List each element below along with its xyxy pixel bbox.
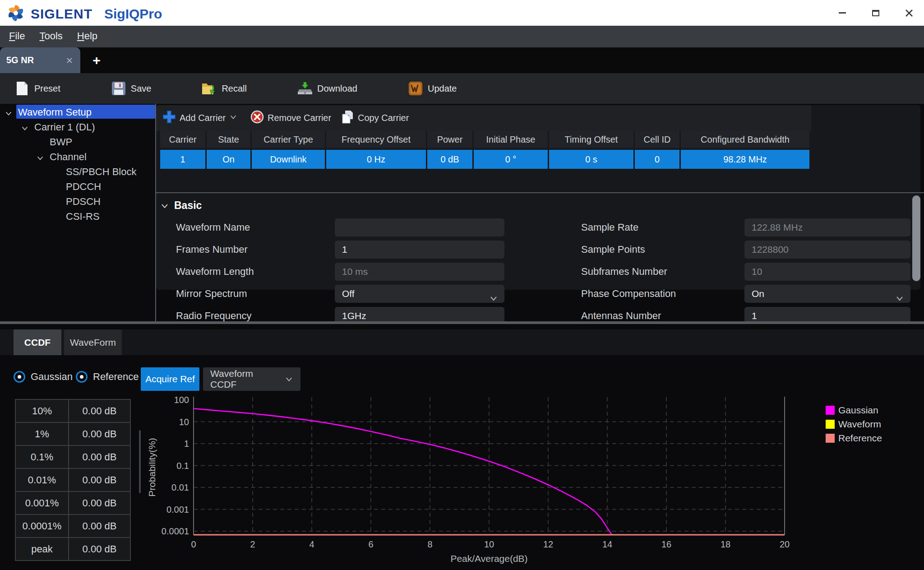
field-value: On [752, 288, 764, 299]
radio-label: Reference [93, 371, 139, 383]
radio-reference-icon[interactable] [76, 371, 88, 383]
acquire-ref-button[interactable]: Acquire Ref [141, 367, 199, 391]
stats-scrollbar[interactable] [139, 430, 141, 493]
remove-carrier-button[interactable]: Remove Carrier [250, 105, 331, 131]
carrier-row-cell-initial-phase[interactable]: 0 ° [474, 150, 548, 169]
recall-button[interactable]: Recall [194, 76, 255, 101]
stats-row: 0.01%0.00 dB [15, 468, 130, 491]
trace-toggle-gaussian[interactable]: Gaussian [14, 371, 73, 383]
svg-text:18: 18 [721, 539, 730, 549]
tab-5g-nr[interactable]: 5G NR [0, 47, 80, 73]
field-sample-rate[interactable]: 122.88 MHz [744, 218, 910, 236]
chevron-down-icon [895, 291, 904, 309]
add-carrier-button[interactable]: Add Carrier [162, 105, 237, 131]
ccdf-source-select[interactable]: Waveform CCDF [203, 367, 300, 391]
stats-row: 10%0.00 dB [15, 399, 130, 422]
field-radio-frequency[interactable]: 1GHz [335, 307, 504, 321]
tree-item-label: Waveform Setup [18, 107, 92, 118]
field-value: Off [342, 288, 355, 299]
vertical-scrollbar-thumb[interactable] [912, 195, 920, 281]
column-header-power: Power [427, 131, 472, 148]
tab-waveform[interactable]: WaveForm [64, 329, 122, 355]
chevron-down-icon [229, 113, 237, 123]
svg-text:10: 10 [484, 539, 494, 549]
svg-text:100: 100 [174, 395, 189, 405]
radio-gaussian-icon[interactable] [14, 371, 25, 383]
carrier-row-cell-carrier-type[interactable]: Downlink [252, 150, 325, 169]
basic-section-header[interactable]: Basic [160, 199, 202, 212]
field-value: 1GHz [342, 310, 366, 321]
tab-close-icon[interactable] [65, 56, 74, 65]
maximize-button[interactable] [869, 6, 882, 20]
sidebar-item-csi-rs[interactable]: CSI-RS [0, 209, 155, 224]
field-sample-points[interactable]: 1228800 [744, 241, 910, 259]
legend-item-reference: Reference [826, 431, 882, 445]
legend-swatch-gaussian [826, 406, 835, 415]
stats-value: 0.00 dB [69, 468, 130, 491]
sidebar-item-carrier-1-dl[interactable]: Carrier 1 (DL) [0, 120, 155, 134]
stats-row: 0.001%0.00 dB [15, 491, 130, 514]
field-phase-compensation[interactable]: On [744, 285, 910, 303]
sidebar-item-pdsch[interactable]: PDSCH [0, 194, 155, 209]
field-subframes-number[interactable]: 10 [744, 263, 910, 281]
carrier-actions-toolbar: Add CarrierRemove CarrierCopy Carrier [156, 105, 811, 131]
ccdf-source-value: Waveform CCDF [210, 368, 278, 390]
toolbar-label: Save [131, 83, 152, 94]
legend-swatch-waveform [826, 420, 835, 429]
trace-toggle-reference[interactable]: Reference [76, 371, 139, 383]
analysis-tabstrip: CCDF WaveForm [0, 329, 924, 355]
download-icon [297, 81, 313, 96]
chevron-down-icon[interactable] [21, 123, 29, 135]
save-button[interactable]: Save [103, 76, 160, 101]
carrier-row-cell-carrier[interactable]: 1 [160, 150, 205, 169]
legend-label: Waveform [838, 419, 881, 430]
close-button[interactable] [902, 6, 916, 20]
field-label-antennas-number: Antennas Number [581, 307, 661, 321]
field-label-frames-number: Frames Number [176, 241, 248, 259]
update-icon [408, 81, 423, 96]
sidebar-item-ss-pbch-block[interactable]: SS/PBCH Block [0, 164, 155, 179]
column-header-timing-offset: Timing Offset [549, 131, 633, 148]
waveform-tree: Waveform SetupCarrier 1 (DL)BWPChannelSS… [0, 105, 155, 224]
chart-legend: GaussianWaveformReference [826, 403, 882, 445]
app-window: SIGLENT SigIQPro FileToolsHelp 5G NR + P… [0, 0, 924, 570]
preset-button[interactable]: Preset [6, 76, 69, 101]
field-antennas-number[interactable]: 1 [744, 307, 910, 321]
tree-item-label: BWP [50, 136, 72, 148]
chevron-down-icon[interactable] [5, 108, 13, 120]
legend-label: Reference [838, 433, 882, 444]
sidebar-item-bwp[interactable]: BWP [0, 134, 155, 149]
field-waveform-length[interactable]: 10 ms [335, 263, 504, 281]
stats-row: 1%0.00 dB [15, 422, 130, 445]
toolbar-label: Download [317, 83, 357, 94]
stats-value: 0.00 dB [69, 491, 130, 514]
menu-item-help[interactable]: Help [74, 28, 104, 45]
update-button[interactable]: Update [400, 76, 465, 101]
download-button[interactable]: Download [289, 76, 365, 101]
ccdf-chart: 1001010.10.010.0010.00010246810121416182… [149, 395, 808, 570]
chevron-down-icon [489, 291, 498, 309]
menu-item-file[interactable]: File [6, 28, 31, 45]
minimize-button[interactable] [836, 6, 849, 20]
maximize-icon [872, 10, 879, 16]
copy-carrier-button[interactable]: Copy Carrier [341, 105, 409, 131]
tab-ccdf[interactable]: CCDF [14, 329, 61, 355]
field-frames-number[interactable]: 1 [335, 241, 504, 259]
carrier-row-cell-cell-id[interactable]: 0 [635, 150, 679, 169]
carrier-row-cell-configured-bandwidth[interactable]: 98.28 MHz [681, 150, 809, 169]
carrier-row-cell-frequency-offset[interactable]: 0 Hz [326, 150, 426, 169]
carrier-row-cell-state[interactable]: On [207, 150, 250, 169]
field-mirror-spectrum[interactable]: Off [335, 285, 504, 303]
menu-item-tools[interactable]: Tools [37, 28, 69, 45]
field-waveform-name[interactable] [335, 218, 504, 236]
carrier-row-cell-timing-offset[interactable]: 0 s [549, 150, 633, 169]
series-gaussian [194, 408, 612, 534]
siglent-logo-icon [6, 4, 25, 24]
carrier-row-cell-power[interactable]: 0 dB [427, 150, 472, 169]
chevron-down-icon[interactable] [36, 153, 44, 165]
sidebar-item-pdcch[interactable]: PDCCH [0, 179, 155, 194]
tree-item-label: SS/PBCH Block [66, 166, 137, 178]
new-tab-button[interactable]: + [87, 47, 106, 73]
sidebar-item-channel[interactable]: Channel [0, 149, 155, 164]
sidebar-item-waveform-setup[interactable]: Waveform Setup [0, 105, 155, 120]
